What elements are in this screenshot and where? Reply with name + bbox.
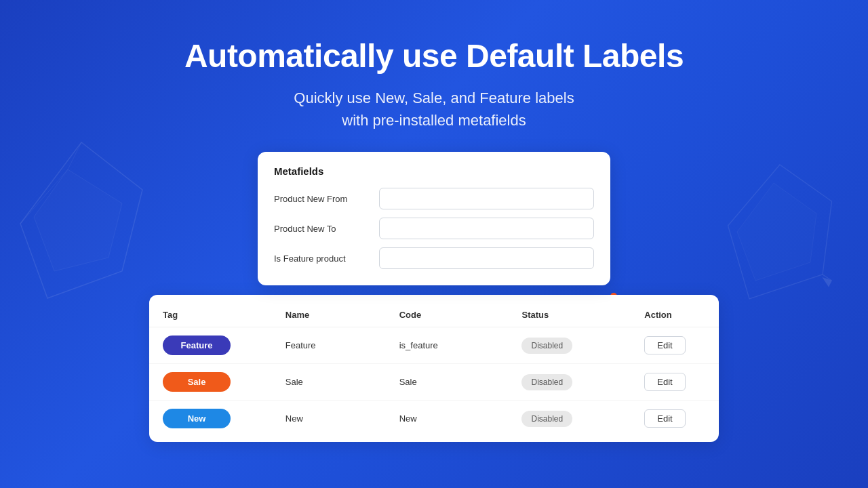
col-header-name: Name <box>272 300 386 327</box>
metafields-row-1: Product New From <box>274 188 594 209</box>
labels-table: Tag Name Code Status Action Feature Feat… <box>149 300 719 436</box>
tag-badge-feature: Feature <box>163 336 231 355</box>
tag-cell-feature: Feature <box>149 327 272 364</box>
tag-cell-new: New <box>149 401 272 437</box>
metafields-row-2: Product New To <box>274 218 594 239</box>
status-badge-sale: Disabled <box>521 374 572 390</box>
status-cell-sale: Disabled <box>508 364 631 401</box>
action-cell-new: Edit <box>631 401 719 437</box>
action-cell-feature: Edit <box>631 327 719 364</box>
metafields-row-3: Is Feature product <box>274 247 594 269</box>
tag-badge-sale: Sale <box>163 372 231 392</box>
metafields-label-3: Is Feature product <box>274 253 379 264</box>
col-header-action: Action <box>631 300 719 327</box>
name-cell-sale: Sale <box>272 364 386 401</box>
metafields-label-2: Product New To <box>274 224 379 234</box>
metafields-card-title: Metafields <box>274 165 594 177</box>
table-container: Tag Name Code Status Action Feature Feat… <box>149 295 719 442</box>
product-new-from-input[interactable] <box>379 188 594 209</box>
product-new-to-input[interactable] <box>379 218 594 239</box>
name-cell-new: New <box>272 401 386 437</box>
edit-button-new[interactable]: Edit <box>644 409 685 428</box>
labels-table-card: Tag Name Code Status Action Feature Feat… <box>149 295 719 442</box>
subtitle: Quickly use New, Sale, and Feature label… <box>0 87 868 131</box>
status-cell-feature: Disabled <box>508 327 631 364</box>
status-badge-feature: Disabled <box>521 338 572 354</box>
col-header-code: Code <box>386 300 509 327</box>
is-feature-product-input[interactable] <box>379 247 594 269</box>
code-cell-sale: Sale <box>386 364 509 401</box>
status-badge-new: Disabled <box>521 411 572 427</box>
action-cell-sale: Edit <box>631 364 719 401</box>
table-row: Sale Sale Sale Disabled Edit <box>149 364 719 401</box>
edit-button-sale[interactable]: Edit <box>644 373 685 391</box>
name-cell-feature: Feature <box>272 327 386 364</box>
code-cell-new: New <box>386 401 509 437</box>
metafields-label-1: Product New From <box>274 194 379 204</box>
table-header-row: Tag Name Code Status Action <box>149 300 719 327</box>
col-header-status: Status <box>508 300 631 327</box>
table-row: Feature Feature is_feature Disabled Edit <box>149 327 719 364</box>
header-section: Automatically use Default Labels Quickly… <box>0 0 868 131</box>
content-area: Metafields Product New From Product New … <box>0 152 868 442</box>
status-cell-new: Disabled <box>508 401 631 437</box>
edit-button-feature[interactable]: Edit <box>644 336 685 354</box>
main-title: Automatically use Default Labels <box>0 37 868 75</box>
metafields-card: Metafields Product New From Product New … <box>258 152 610 285</box>
tag-cell-sale: Sale <box>149 364 272 401</box>
code-cell-feature: is_feature <box>386 327 509 364</box>
col-header-tag: Tag <box>149 300 272 327</box>
tag-badge-new: New <box>163 409 231 428</box>
table-row: New New New Disabled Edit <box>149 401 719 437</box>
